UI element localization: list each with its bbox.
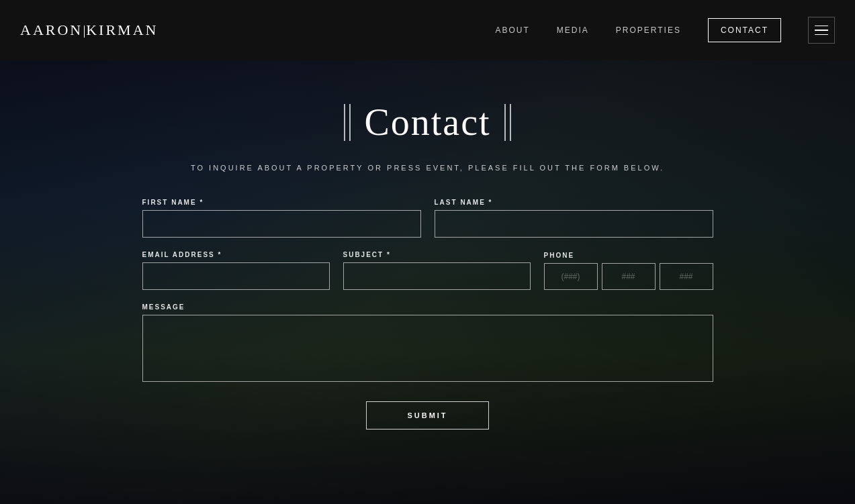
page-subtitle: TO INQUIRE ABOUT A PROPERTY OR PRESS EVE… [191,164,664,172]
menu-line-1 [815,26,828,27]
logo-divider [84,26,85,38]
nav-about[interactable]: ABOUT [495,26,529,35]
submit-wrapper: SUBMIT [142,401,713,430]
message-group: MESSAGE [142,303,713,385]
phone-area-input[interactable] [544,263,598,290]
phone-label: PHONE [544,252,713,259]
title-bar-segment-3 [504,104,506,141]
subject-group: SUBJECT * [343,251,531,290]
last-name-input[interactable] [435,210,713,238]
first-name-group: FIRST NAME * [142,199,421,238]
title-bar-segment-4 [510,104,511,141]
nav-media[interactable]: MEDIA [557,26,589,35]
email-subject-phone-row: EMAIL ADDRESS * SUBJECT * PHONE [142,251,713,290]
menu-line-2 [815,30,828,31]
nav-properties[interactable]: PROPERTIES [616,26,681,35]
contact-form: FIRST NAME * LAST NAME * EMAIL ADDRESS *… [142,199,713,430]
menu-line-3 [815,34,828,36]
title-bar-segment-2 [349,104,351,141]
first-name-label: FIRST NAME * [142,199,421,206]
email-label: EMAIL ADDRESS * [142,251,330,258]
message-label: MESSAGE [142,303,713,311]
nav-contact[interactable]: CONTACT [708,18,781,42]
last-name-group: LAST NAME * [435,199,713,238]
page-title-wrapper: Contact [344,101,510,144]
title-bar-segment-1 [344,104,345,141]
title-bar-left [344,104,351,141]
header: AARONKIRMAN ABOUT MEDIA PROPERTIES CONTA… [0,0,855,60]
submit-button[interactable]: SUBMIT [366,401,488,430]
phone-prefix-input[interactable] [602,263,656,290]
title-bar-right [504,104,511,141]
logo: AARONKIRMAN [20,21,158,39]
name-row: FIRST NAME * LAST NAME * [142,199,713,238]
email-input[interactable] [142,262,330,290]
subject-input[interactable] [343,262,531,290]
page-title: Contact [364,101,490,144]
main-content: Contact TO INQUIRE ABOUT A PROPERTY OR P… [0,60,855,504]
email-group: EMAIL ADDRESS * [142,251,330,290]
message-textarea[interactable] [142,315,713,382]
phone-section: PHONE [544,252,713,290]
menu-icon-button[interactable] [808,17,835,44]
last-name-label: LAST NAME * [435,199,713,206]
first-name-input[interactable] [142,210,421,238]
phone-line-input[interactable] [660,263,713,290]
phone-inputs [544,263,713,290]
main-nav: ABOUT MEDIA PROPERTIES CONTACT [495,17,835,44]
subject-label: SUBJECT * [343,251,531,258]
